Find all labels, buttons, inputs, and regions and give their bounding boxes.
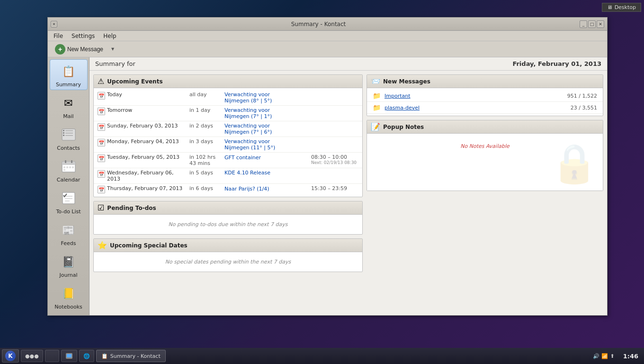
sidebar-journal-label: Journal xyxy=(59,272,77,278)
systray: 🔊 📶 ⬆ xyxy=(590,353,617,359)
taskbar: K ●●● 🌐 📋 Summary - Kontact 🔊 📶 ⬆ 1:46 xyxy=(0,348,644,364)
battery-icon[interactable]: ⬆ xyxy=(610,353,614,359)
sidebar-item-popupnotes[interactable]: 📌 Popup Notes xyxy=(50,313,88,315)
event-title-2[interactable]: Verwachting voorNijmegen (7° | 6°) xyxy=(224,123,358,135)
sidebar: 📋 Summary ✉ Mail xyxy=(48,57,89,315)
msg-row-important[interactable]: 📁 Important 951 / 1,522 xyxy=(367,90,603,102)
menu-settings[interactable]: Settings xyxy=(68,32,98,40)
event-time-range-6: 15:30 – 23:59 xyxy=(311,185,358,191)
wifi-icon[interactable]: 📶 xyxy=(601,353,608,359)
new-message-label: New Message xyxy=(67,46,103,53)
taskbar-window-kontact[interactable]: 📋 Summary - Kontact xyxy=(96,350,166,362)
sidebar-notebooks-label: Notebooks xyxy=(54,304,82,310)
close-button[interactable]: ✕ xyxy=(51,21,57,27)
event-title-0[interactable]: Verwachting voorNijmegen (8° | 5°) xyxy=(224,91,358,104)
svg-rect-11 xyxy=(63,166,65,168)
sidebar-item-feeds[interactable]: 📰 Feeds xyxy=(50,218,88,249)
event-cal-icon-0: 📅 xyxy=(98,92,105,100)
popup-notes-header: 📝 Popup Notes xyxy=(367,120,603,134)
upcoming-special-icon: ⭐ xyxy=(98,241,107,250)
event-next-4: Next: 02/19/13 08:30 xyxy=(311,160,358,165)
new-messages-body: 📁 Important 951 / 1,522 📁 plasma-devel 2… xyxy=(367,88,603,116)
sidebar-item-mail[interactable]: ✉ Mail xyxy=(50,91,88,122)
event-row-tomorrow: 📅 Tomorrow in 1 day Verwachting voorNijm… xyxy=(94,106,362,121)
sidebar-item-summary[interactable]: 📋 Summary xyxy=(50,59,88,90)
upcoming-events-icon: ⚠ xyxy=(98,77,104,86)
event-title-3[interactable]: Verwachting voorNijmegen (11° | 5°) xyxy=(224,138,358,151)
desktop-label: Desktop xyxy=(615,4,636,10)
event-date-3: Monday, February 04, 2013 xyxy=(107,138,188,145)
sidebar-mail-label: Mail xyxy=(63,113,73,119)
event-offset-0: all day xyxy=(189,91,223,98)
todo-icon xyxy=(59,189,78,208)
msg-row-plasma-devel[interactable]: 📁 plasma-devel 23 / 3,551 xyxy=(367,102,603,114)
taskbar-btn-2[interactable] xyxy=(45,350,59,362)
svg-rect-6 xyxy=(65,135,73,136)
svg-rect-5 xyxy=(65,133,73,134)
new-messages-card: 📨 New Messages 📁 Important 951 / 1,522 📁 xyxy=(367,74,603,116)
sidebar-item-journal[interactable]: 📓 Journal xyxy=(50,250,88,281)
calendar-icon xyxy=(59,157,78,176)
sidebar-contacts-label: Contacts xyxy=(57,145,80,151)
svg-rect-8 xyxy=(62,162,75,165)
event-cal-icon-2: 📅 xyxy=(98,123,105,131)
kde-menu-button[interactable]: K xyxy=(2,349,19,363)
upcoming-special-title: Upcoming Special Dates xyxy=(110,242,188,249)
maximize-button[interactable]: □ xyxy=(588,20,596,28)
event-time-range-4: 08:30 – 10:00 xyxy=(311,154,358,160)
sidebar-todo-label: To-do List xyxy=(56,209,80,215)
taskbar-btn-1[interactable]: ●●● xyxy=(21,350,43,362)
menu-bar: File Settings Help xyxy=(48,31,607,41)
title-bar: ✕ Summary - Kontact _ □ ✕ xyxy=(48,18,607,31)
desktop-button[interactable]: 🖥 Desktop xyxy=(602,3,641,12)
minimize-button[interactable]: _ xyxy=(580,20,587,28)
menu-file[interactable]: File xyxy=(50,32,67,40)
new-messages-header: 📨 New Messages xyxy=(367,75,603,88)
event-offset-3: in 3 days xyxy=(189,138,223,145)
event-date-1: Tomorrow xyxy=(107,107,188,113)
volume-icon[interactable]: 🔊 xyxy=(593,353,599,359)
event-title-5[interactable]: KDE 4.10 Release xyxy=(224,170,358,176)
sidebar-item-notebooks[interactable]: 📒 Notebooks xyxy=(50,282,88,312)
svg-rect-14 xyxy=(72,166,74,168)
event-offset-5: in 5 days xyxy=(189,170,223,176)
upcoming-events-title: Upcoming Events xyxy=(107,78,162,85)
msg-folder-name-plasma[interactable]: plasma-devel xyxy=(385,105,567,111)
main-panel: Summary for Friday, February 01, 2013 ⚠ … xyxy=(89,57,607,315)
window-title: Summary - Kontact xyxy=(57,21,580,27)
close-window-button[interactable]: ✕ xyxy=(597,20,604,28)
event-offset-1: in 1 day xyxy=(189,107,223,113)
folder-icon-important: 📁 xyxy=(373,92,381,100)
sidebar-item-calendar[interactable]: Calendar xyxy=(50,155,88,185)
toolbar: + New Message ▼ xyxy=(48,41,607,57)
event-cal-icon-5: 📅 xyxy=(98,170,105,178)
event-title-6[interactable]: Naar Parijs? (1/4) xyxy=(224,186,269,192)
upcoming-special-body: No special dates pending within the next… xyxy=(94,252,362,272)
event-date-6: Thursday, February 07, 2013 xyxy=(107,185,188,191)
svg-rect-12 xyxy=(66,166,68,168)
taskbar-btn-network[interactable]: 🌐 xyxy=(79,350,94,362)
summary-left-col: ⚠ Upcoming Events 📅 Today all day Verwac… xyxy=(93,74,363,276)
popup-notes-title: Popup Notes xyxy=(383,124,424,130)
sidebar-item-todo[interactable]: To-do List xyxy=(50,186,88,217)
event-title-4[interactable]: GFT container xyxy=(224,155,261,161)
pending-todos-header: ☑ Pending To-dos xyxy=(94,201,362,215)
pending-todos-body: No pending to-dos due within the next 7 … xyxy=(94,215,362,234)
event-title-1[interactable]: Verwachting voorNijmegen (7° | 1°) xyxy=(224,107,358,119)
summary-icon: 📋 xyxy=(59,62,78,81)
sidebar-item-contacts[interactable]: Contacts xyxy=(50,123,88,154)
menu-help[interactable]: Help xyxy=(99,32,120,40)
sidebar-calendar-label: Calendar xyxy=(57,177,80,183)
new-message-dropdown[interactable]: ▼ xyxy=(109,44,116,55)
popup-notes-icon: 📝 xyxy=(371,122,380,131)
taskbar-btn-3[interactable] xyxy=(61,350,77,362)
event-row-5: 📅 Wednesday, February 06, 2013 in 5 days… xyxy=(94,168,362,184)
msg-folder-name-important[interactable]: Important xyxy=(385,93,564,99)
taskbar-window-icon: 📋 xyxy=(101,353,108,359)
event-date-0: Today xyxy=(107,91,188,98)
svg-rect-16 xyxy=(63,192,75,204)
event-date-2: Sunday, February 03, 2013 xyxy=(107,123,188,129)
svg-rect-21 xyxy=(67,354,72,357)
event-offset-4: in 102 hrs 43 mins xyxy=(189,154,223,166)
new-message-button[interactable]: + New Message xyxy=(51,42,107,56)
